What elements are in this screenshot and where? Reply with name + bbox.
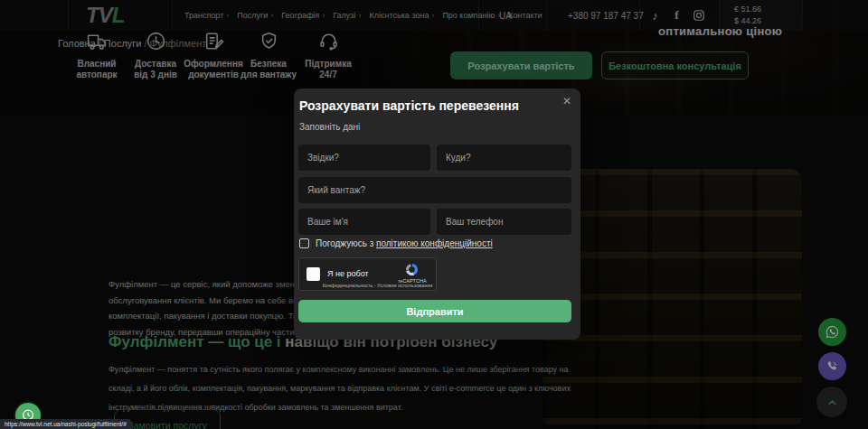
recaptcha-label: Я не робот	[327, 269, 369, 278]
to-input[interactable]	[437, 145, 571, 171]
consent-label: Погоджуюсь з політикою конфіденційності	[316, 238, 493, 248]
recaptcha-legal: Конфиденциальность - Условия использован…	[321, 283, 434, 288]
consent-row: Погоджуюсь з політикою конфіденційності	[299, 238, 493, 248]
recaptcha-checkbox[interactable]	[307, 267, 320, 281]
cargo-input[interactable]	[298, 177, 571, 203]
modal-title: Розрахувати вартість перевезення	[299, 98, 519, 113]
privacy-policy-link[interactable]: політикою конфіденційності	[376, 238, 493, 248]
consent-checkbox[interactable]	[299, 238, 309, 248]
modal-subtitle: Заповніть дані	[299, 122, 360, 132]
calculate-cost-modal: Розрахувати вартість перевезення Заповні…	[294, 89, 580, 340]
close-icon[interactable]: ✕	[562, 95, 571, 107]
phone-input[interactable]	[437, 209, 571, 235]
from-input[interactable]	[298, 145, 430, 171]
submit-button[interactable]: Відправити	[298, 300, 571, 322]
recaptcha-widget: Я не робот reCAPTCHA Конфиденциальность …	[298, 257, 437, 291]
recaptcha-logo-icon	[404, 262, 420, 277]
name-input[interactable]	[298, 209, 430, 235]
page: TVL Транспорт› Послуги› Географія› Галуз…	[0, 0, 868, 429]
browser-status-url: https://www.tvl.net.ua/nashi-poslugi/ful…	[0, 419, 131, 429]
